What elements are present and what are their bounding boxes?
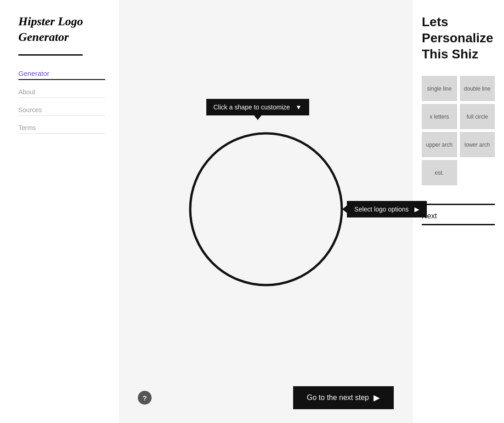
logo-tooltip[interactable]: Select logo options ▶ [347,201,426,217]
canvas-inner: Click a shape to customize ▼ Select logo… [129,9,403,382]
next-step-label: Go to the next step [307,394,369,402]
help-button[interactable]: ? [138,391,152,405]
options-grid: single line double line x letters full c… [422,76,495,185]
tooltip-arrow: ▼ [295,103,302,111]
sidebar-divider [18,54,83,56]
svg-point-0 [190,133,342,285]
option-upper-arch[interactable]: upper arch [422,132,457,157]
panel-top-divider [422,204,495,205]
panel-bottom-line [422,224,495,225]
option-double-line[interactable]: double line [460,76,495,101]
app-title-line2: Generator [18,30,69,44]
option-single-line[interactable]: single line [422,76,457,101]
sidebar-item-generator[interactable]: Generator [18,65,105,80]
option-est[interactable]: est. [422,160,457,185]
app-title: Hipster Logo Generator [18,14,105,45]
sidebar-item-sources[interactable]: Sources [18,102,105,116]
shape-tooltip[interactable]: Click a shape to customize ▼ [206,99,309,115]
sidebar-nav: Generator About Sources Terms [18,65,105,137]
circle-container: Click a shape to customize ▼ Select logo… [183,126,349,292]
panel-title: Lets Personalize This Shiz [422,14,495,62]
next-step-arrow: ▶ [374,393,380,403]
next-step-button[interactable]: Go to the next step ▶ [293,386,394,409]
sidebar-item-terms[interactable]: Terms [18,120,105,134]
app-title-line1: Hipster Logo [18,15,83,28]
option-x-letters[interactable]: x letters [422,104,457,129]
option-full-circle[interactable]: full circle [460,104,495,129]
main-canvas: Click a shape to customize ▼ Select logo… [119,0,412,423]
bottom-bar: ? Go to the next step ▶ [129,382,403,414]
tooltip-logo-arrow: ▶ [414,206,419,213]
logo-circle[interactable] [183,126,349,292]
next-label[interactable]: Next [422,212,495,220]
option-lower-arch[interactable]: lower arch [460,132,495,157]
sidebar: Hipster Logo Generator Generator About S… [0,0,119,423]
sidebar-item-about[interactable]: About [18,84,105,98]
